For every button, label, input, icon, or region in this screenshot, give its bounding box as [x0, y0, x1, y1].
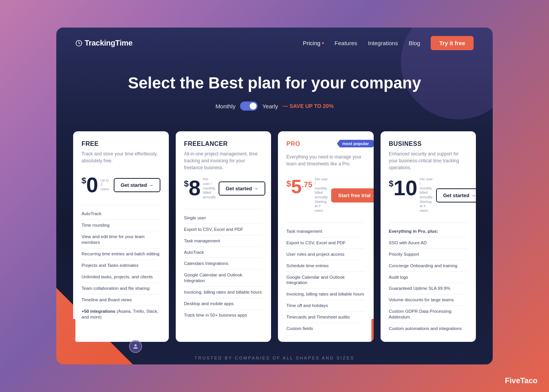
list-item: Custom GDPR Data Processing Addendum	[389, 306, 468, 323]
list-item: Custom fields	[286, 323, 365, 334]
pricing-cards: FREE Track and store your time effortles…	[56, 122, 493, 350]
list-item: AutoTrack	[184, 247, 263, 258]
list-item: Invoicing, billing rates and billable ho…	[286, 289, 365, 300]
list-item: Schedule time entries	[286, 260, 365, 272]
monthly-label: Monthly	[216, 103, 236, 109]
freelancer-cta-button[interactable]: Get started →	[219, 181, 265, 196]
nav-pricing[interactable]: Pricing	[303, 40, 324, 46]
pro-divider	[286, 222, 365, 223]
list-item: Google Calendar and Outlook Integration	[184, 270, 263, 287]
list-item: Task management	[184, 235, 263, 247]
free-price-dollar: $	[82, 176, 86, 186]
list-item: Guaranteed Uptime SLA 99.9%	[389, 283, 468, 294]
freelancer-feature-list: Single user Export to CSV, Excel and PDF…	[184, 212, 263, 321]
free-price-amount: 0	[86, 174, 98, 196]
list-item: Export to CSV, Excel and PDF	[184, 224, 263, 235]
pro-plan-name: PRO	[286, 140, 300, 147]
business-plan-name: BUSINESS	[389, 140, 468, 147]
free-price-meta: Up to 3 users	[100, 178, 111, 192]
business-plan-card: BUSINESS Enhanced security and support f…	[381, 131, 476, 342]
list-item: Invoicing, billing rates and billable ho…	[184, 287, 263, 298]
list-item: Recurring time entries and batch editing	[82, 248, 160, 260]
business-price-meta: Per user / monthly, billed annually. Sta…	[420, 177, 433, 213]
freelancer-price-row: $ 8 Per user / monthly, billed annually …	[184, 177, 263, 199]
logo[interactable]: TrackingTime	[75, 39, 132, 47]
list-item: Google Calendar and Outlook Integration	[286, 272, 365, 289]
freelancer-plan-card: FREELANCER All-in-one project management…	[176, 131, 271, 342]
business-divider	[389, 222, 468, 223]
pro-plan-desc: Everything you need to manage your team …	[286, 154, 365, 171]
pro-price-cents: .75	[302, 180, 312, 189]
save-label: — SAVE UP TO 20%	[283, 103, 333, 109]
list-item: Task management	[286, 226, 365, 237]
toggle-thumb	[250, 103, 257, 109]
freelancer-price-dollar: $	[184, 179, 189, 189]
free-card-accent	[73, 319, 75, 342]
freelancer-divider	[184, 209, 263, 209]
pro-price-amount: 5	[291, 177, 302, 196]
list-item: Projects and Tasks estimates	[82, 260, 160, 271]
main-container: TrackingTime Pricing Features Integratio…	[56, 28, 493, 364]
pro-plan-card: PRO most popular Everything you need to …	[278, 131, 374, 342]
list-item: AutoTrack	[82, 208, 160, 220]
list-item: Unlimited tasks, projects, and clients	[82, 271, 160, 283]
try-it-free-button[interactable]: Try it free	[431, 36, 474, 50]
pro-price-dollar: $	[286, 179, 291, 189]
list-item: Timeline and Board views	[82, 294, 160, 306]
list-item: Timecards and Timesheet audits	[286, 312, 365, 323]
list-item: Team collaboration and file sharing	[82, 283, 160, 294]
business-cta-button[interactable]: Get started →	[436, 188, 476, 203]
page-title: Select the Best plan for your company	[64, 74, 485, 92]
list-item: +50 integrations (Asana, Trello, Slack, …	[82, 306, 160, 323]
list-item: Desktop and mobile apps	[184, 298, 263, 310]
pro-cta-button[interactable]: Start free trial →	[331, 188, 373, 203]
list-item: Export to CSV, Excel and PDF	[286, 237, 365, 249]
trusted-bar: TRUSTED BY COMPANIES OF ALL SHAPES AND S…	[56, 350, 493, 364]
freelancer-plan-name: FREELANCER	[184, 140, 263, 147]
list-item: SSO with Azure AD	[389, 237, 468, 249]
trusted-text: TRUSTED BY COMPANIES OF ALL SHAPES AND S…	[62, 356, 487, 360]
business-plan-desc: Enhanced security and support for your b…	[389, 150, 468, 171]
business-price-amount: 10	[394, 177, 417, 199]
list-item: Single user	[184, 212, 263, 224]
list-item: Priority Support	[389, 249, 468, 260]
logo-icon	[75, 40, 82, 47]
free-divider	[82, 205, 160, 205]
most-popular-badge: most popular	[337, 140, 374, 147]
free-plan-desc: Track and store your time effortlessly, …	[82, 150, 160, 168]
pro-price-row: $ 5 .75 Per user / monthly, billed annua…	[286, 177, 365, 213]
business-price-dollar: $	[389, 179, 394, 189]
list-item: Calendars Integrations	[184, 258, 263, 270]
hero-section: Select the Best plan for your company Mo…	[56, 59, 493, 122]
free-plan-name: FREE	[82, 140, 160, 147]
pro-card-accent	[371, 319, 374, 342]
freelancer-price-amount: 8	[189, 177, 201, 199]
avatar	[129, 340, 142, 353]
business-feature-list: Everything in Pro, plus: SSO with Azure …	[389, 226, 468, 334]
free-cta-button[interactable]: Get started →	[114, 178, 160, 192]
logo-text: TrackingTime	[85, 39, 132, 47]
nav-active-dot	[322, 42, 324, 44]
list-item: Volume discounts for large teams	[389, 294, 468, 306]
list-item: Custom automations and integrations	[389, 323, 468, 334]
free-feature-list: AutoTrack Time rounding View and edit ti…	[82, 208, 160, 322]
freelancer-plan-desc: All-in-one project management, time trac…	[184, 150, 263, 171]
billing-toggle-track[interactable]	[240, 101, 258, 111]
free-plan-card: FREE Track and store your time effortles…	[73, 131, 169, 342]
freelancer-price-meta: Per user / monthly, billed annually	[203, 177, 216, 199]
nav-features[interactable]: Features	[335, 40, 357, 46]
avatar-icon	[132, 343, 139, 350]
navbar: TrackingTime Pricing Features Integratio…	[56, 28, 493, 59]
pro-price-meta: Per user / monthly, billed annually. Sta…	[315, 177, 328, 213]
list-item: Concierge Onboarding and training	[389, 260, 468, 272]
nav-links: Pricing Features Integrations Blog Try i…	[303, 36, 474, 50]
nav-blog[interactable]: Blog	[408, 40, 420, 46]
nav-integrations[interactable]: Integrations	[368, 40, 398, 46]
billing-toggle: Monthly Yearly — SAVE UP TO 20%	[64, 101, 485, 111]
pro-feature-list: Task management Export to CSV, Excel and…	[286, 226, 365, 334]
list-item: Everything in Pro, plus:	[389, 226, 468, 237]
svg-point-2	[134, 344, 137, 346]
list-item: Time off and holidays	[286, 300, 365, 312]
fivetaco-watermark: FiveTaco	[505, 376, 538, 385]
yearly-label: Yearly	[262, 103, 278, 109]
